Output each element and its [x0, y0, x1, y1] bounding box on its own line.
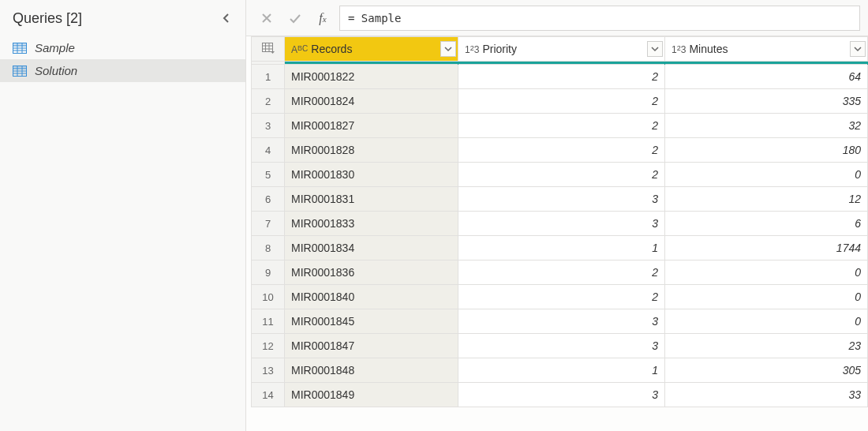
- table-icon: [13, 43, 27, 54]
- cell-records[interactable]: MIR0001848: [285, 358, 458, 383]
- cell-priority[interactable]: 3: [458, 187, 665, 212]
- close-icon: [260, 12, 273, 24]
- table-row[interactable]: 10MIR000184020: [252, 285, 868, 309]
- cell-priority[interactable]: 2: [458, 89, 665, 114]
- cell-records[interactable]: MIR0001824: [285, 89, 458, 114]
- row-number[interactable]: 6: [252, 187, 285, 212]
- row-number[interactable]: 12: [252, 334, 285, 358]
- cell-minutes[interactable]: 0: [665, 285, 868, 309]
- table-icon: [262, 43, 275, 54]
- cell-priority[interactable]: 3: [458, 309, 665, 334]
- table-row[interactable]: 13MIR00018481305: [252, 358, 868, 383]
- cell-records[interactable]: MIR0001836: [285, 260, 458, 285]
- row-number[interactable]: 2: [252, 89, 285, 114]
- column-label: Records: [311, 43, 352, 56]
- table-row[interactable]: 1MIR0001822264: [252, 65, 868, 89]
- query-item-sample[interactable]: Sample: [0, 36, 245, 59]
- query-item-solution[interactable]: Solution: [0, 59, 245, 82]
- svg-rect-14: [262, 43, 272, 51]
- cell-minutes[interactable]: 0: [665, 260, 868, 285]
- data-grid: ABCRecords123Priority123Minutes 1MIR0001…: [251, 36, 868, 407]
- collapse-queries-button[interactable]: [217, 9, 236, 28]
- cell-minutes[interactable]: 64: [665, 65, 868, 89]
- commit-formula-button[interactable]: [281, 6, 309, 31]
- cell-priority[interactable]: 1: [458, 358, 665, 383]
- column-header-priority[interactable]: 123Priority: [458, 37, 665, 62]
- cell-minutes[interactable]: 1744: [665, 236, 868, 260]
- cell-priority[interactable]: 3: [458, 212, 665, 236]
- cell-records[interactable]: MIR0001845: [285, 309, 458, 334]
- cancel-formula-button[interactable]: [253, 6, 281, 31]
- formula-bar: fx: [246, 0, 868, 36]
- cell-priority[interactable]: 2: [458, 138, 665, 163]
- table-icon: [13, 66, 27, 77]
- row-number[interactable]: 1: [252, 65, 285, 89]
- cell-minutes[interactable]: 0: [665, 309, 868, 334]
- row-number[interactable]: 13: [252, 358, 285, 383]
- chevron-down-icon: [854, 46, 862, 52]
- cell-records[interactable]: MIR0001840: [285, 285, 458, 309]
- cell-minutes[interactable]: 33: [665, 383, 868, 407]
- column-label: Minutes: [689, 43, 728, 56]
- chevron-left-icon: [221, 13, 232, 24]
- row-number[interactable]: 3: [252, 114, 285, 138]
- cell-records[interactable]: MIR0001847: [285, 334, 458, 358]
- cell-records[interactable]: MIR0001833: [285, 212, 458, 236]
- cell-priority[interactable]: 2: [458, 114, 665, 138]
- row-number[interactable]: 14: [252, 383, 285, 407]
- table-row[interactable]: 5MIR000183020: [252, 163, 868, 187]
- cell-records[interactable]: MIR0001828: [285, 138, 458, 163]
- table-row[interactable]: 2MIR00018242335: [252, 89, 868, 114]
- table-row[interactable]: 7MIR000183336: [252, 212, 868, 236]
- queries-panel-title: Queries [2]: [13, 10, 82, 27]
- column-filter-button[interactable]: [440, 41, 456, 57]
- cell-records[interactable]: MIR0001849: [285, 383, 458, 407]
- cell-minutes[interactable]: 23: [665, 334, 868, 358]
- cell-minutes[interactable]: 180: [665, 138, 868, 163]
- cell-minutes[interactable]: 12: [665, 187, 868, 212]
- table-options-button[interactable]: [252, 37, 285, 62]
- row-number[interactable]: 9: [252, 260, 285, 285]
- table-row[interactable]: 6MIR0001831312: [252, 187, 868, 212]
- cell-records[interactable]: MIR0001827: [285, 114, 458, 138]
- cell-records[interactable]: MIR0001830: [285, 163, 458, 187]
- table-row[interactable]: 9MIR000183620: [252, 260, 868, 285]
- chevron-down-icon: [444, 46, 452, 52]
- table-row[interactable]: 11MIR000184530: [252, 309, 868, 334]
- table-row[interactable]: 4MIR00018282180: [252, 138, 868, 163]
- row-number[interactable]: 4: [252, 138, 285, 163]
- cell-priority[interactable]: 2: [458, 285, 665, 309]
- cell-records[interactable]: MIR0001831: [285, 187, 458, 212]
- query-label: Solution: [35, 64, 77, 77]
- cell-priority[interactable]: 2: [458, 163, 665, 187]
- cell-priority[interactable]: 1: [458, 236, 665, 260]
- formula-input[interactable]: [339, 6, 860, 31]
- column-filter-button[interactable]: [850, 41, 866, 57]
- number-type-icon: 123: [465, 44, 479, 55]
- cell-records[interactable]: MIR0001822: [285, 65, 458, 89]
- cell-priority[interactable]: 3: [458, 383, 665, 407]
- cell-minutes[interactable]: 305: [665, 358, 868, 383]
- table-row[interactable]: 8MIR000183411744: [252, 236, 868, 260]
- number-type-icon: 123: [672, 44, 686, 55]
- column-header-minutes[interactable]: 123Minutes: [665, 37, 868, 62]
- cell-priority[interactable]: 2: [458, 260, 665, 285]
- cell-minutes[interactable]: 0: [665, 163, 868, 187]
- cell-records[interactable]: MIR0001834: [285, 236, 458, 260]
- table-row[interactable]: 3MIR0001827232: [252, 114, 868, 138]
- row-number[interactable]: 5: [252, 163, 285, 187]
- cell-minutes[interactable]: 335: [665, 89, 868, 114]
- cell-minutes[interactable]: 6: [665, 212, 868, 236]
- row-number[interactable]: 11: [252, 309, 285, 334]
- cell-priority[interactable]: 2: [458, 65, 665, 89]
- column-header-records[interactable]: ABCRecords: [285, 37, 458, 62]
- row-number[interactable]: 10: [252, 285, 285, 309]
- table-row[interactable]: 14MIR0001849333: [252, 383, 868, 407]
- cell-minutes[interactable]: 32: [665, 114, 868, 138]
- table-row[interactable]: 12MIR0001847323: [252, 334, 868, 358]
- row-number[interactable]: 8: [252, 236, 285, 260]
- column-filter-button[interactable]: [647, 41, 663, 57]
- column-label: Priority: [482, 43, 517, 56]
- row-number[interactable]: 7: [252, 212, 285, 236]
- cell-priority[interactable]: 3: [458, 334, 665, 358]
